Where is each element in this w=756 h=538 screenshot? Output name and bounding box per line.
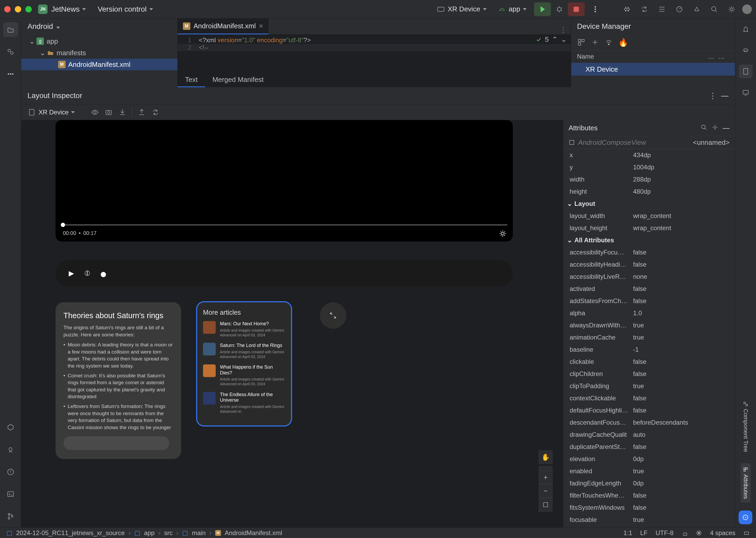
settings-icon[interactable] [725,2,738,16]
code-editor[interactable]: 1 <?xml version="1.0" encoding="utf-8"?>… [178,34,571,53]
search-icon[interactable] [707,2,721,16]
device-manager-tool[interactable] [739,65,753,78]
memory-icon[interactable] [743,530,750,536]
zoom-window[interactable] [26,6,32,12]
attribute-row[interactable]: fitsSystemWindowsfalse [563,502,735,514]
device-selector[interactable]: XR Device [433,3,490,16]
attribute-row[interactable]: x434dp [563,149,735,161]
more-article-item[interactable]: What Happens if the Sun Dies?Article and… [203,364,285,387]
gradle-tool[interactable] [739,43,753,57]
vcs-menu[interactable]: Version control [97,5,153,14]
attribute-row[interactable]: y1004dp [563,161,735,173]
more-article-item[interactable]: Saturn: The Lord of the RingsArticle and… [203,343,285,359]
attribute-row[interactable]: width288dp [563,173,735,186]
inspection-widget[interactable]: 5 ⌃ ⌄ [536,35,567,44]
attribute-row[interactable]: fadingEdgeLength0dp [563,477,735,489]
attribute-row[interactable]: filterTouchesWhe…false [563,489,735,502]
project-panel-header[interactable]: Android [21,19,177,34]
zoom-in[interactable]: + [539,470,552,484]
wifi-icon[interactable] [605,38,613,46]
resource-manager-tool[interactable] [3,44,18,59]
build-variants-tool[interactable] [3,420,18,435]
editor-tab[interactable]: M AndroidManifest.xml × [178,19,268,34]
problems-tool[interactable] [3,464,18,479]
attribute-row[interactable]: clipToPaddingtrue [563,380,735,392]
expand-fab[interactable] [320,302,346,329]
app-quality-tool[interactable] [3,442,18,457]
article-button[interactable] [63,436,169,450]
attribute-row[interactable]: accessibilityFocu…false [563,246,735,258]
chevron-up-icon[interactable]: ⌃ [552,35,558,44]
line-ending[interactable]: LF [640,529,648,537]
chevron-down-icon[interactable]: ⌄ [561,35,567,44]
subtab-merged[interactable]: Merged Manifest [205,73,271,87]
close-window[interactable] [4,6,11,12]
pause-icon[interactable]: ⦷ [85,269,90,278]
more-actions[interactable] [588,2,602,16]
build-icon[interactable] [690,2,704,16]
attribute-row[interactable]: addStatesFromCh…false [563,295,735,307]
attribute-row[interactable]: drawingCacheQualitauto [563,429,735,441]
running-devices-tool[interactable] [739,85,753,99]
device-row[interactable]: XR Device [571,63,735,76]
attr-group-layout[interactable]: ⌄Layout [563,198,735,210]
expand-icon[interactable]: ⌄ [40,49,44,57]
col-name[interactable]: Name [577,53,708,60]
attribute-row[interactable]: baseline-1 [563,344,735,356]
more-article-item[interactable]: Mars: Our Next Home?Article and images c… [203,321,285,338]
code-with-me-icon[interactable] [620,2,634,16]
run-button[interactable] [534,2,551,16]
breadcrumb[interactable]: AndroidManifest.xml [225,529,282,537]
attribute-row[interactable]: accessibilityHeadi…false [563,258,735,271]
debug-button[interactable] [551,2,568,16]
project-tool[interactable] [3,22,18,37]
import-icon[interactable] [138,108,146,117]
attribute-row[interactable]: elevation0dp [563,453,735,465]
firebase-icon[interactable]: 🔥 [618,38,628,47]
more-tools[interactable] [3,67,18,81]
minimize-icon[interactable]: — [723,124,729,132]
inspector-device-selector[interactable]: XR Device [28,108,75,117]
breadcrumb[interactable]: app [144,529,155,537]
more-article-item[interactable]: The Endless Allure of the UniverseArticl… [203,392,285,414]
vcs-tool[interactable] [3,509,18,524]
attribute-row[interactable]: layout_widthwrap_content [563,210,735,222]
attribute-row[interactable]: enabledtrue [563,465,735,477]
component-tree-tab[interactable]: Component Tree [741,398,751,456]
layout-canvas[interactable]: 00:00•00:17 ▶ ⦷ Theories about Saturn's … [21,120,563,527]
user-avatar[interactable] [742,5,752,14]
attribute-row[interactable]: layout_heightwrap_content [563,222,735,234]
settings-icon[interactable] [712,124,719,131]
export-icon[interactable] [118,108,127,117]
attributes-tab[interactable]: Attributes [741,463,751,503]
tree-module-row[interactable]: ⌄ ▯ app [21,35,177,47]
tree-folder-row[interactable]: ⌄ manifests [21,47,177,59]
add-device-icon[interactable] [591,38,599,46]
profiler-icon[interactable] [672,2,686,16]
attribute-row[interactable]: descendantFocus…beforeDescendants [563,416,735,429]
attribute-row[interactable]: alwaysDrawnWith…true [563,319,735,331]
structure-icon[interactable] [655,2,669,16]
subtab-text[interactable]: Text [178,73,205,87]
notifications-tool[interactable] [739,22,753,36]
minimize-panel[interactable]: — [721,91,728,100]
tab-menu[interactable]: ⋮ [555,26,571,34]
run-config-selector[interactable]: app [494,3,530,16]
filter-icon[interactable] [577,38,586,46]
attribute-row[interactable]: accessibilityLiveR…none [563,271,735,283]
sync-icon[interactable] [638,2,651,16]
attribute-row[interactable]: clickablefalse [563,356,735,368]
tree-file-row[interactable]: M AndroidManifest.xml [21,59,177,70]
snapshot-icon[interactable] [104,108,113,117]
indent-setting[interactable]: 4 spaces [710,529,735,537]
pan-tool[interactable]: ✋ [539,450,552,464]
project-selector[interactable]: JetNews [51,5,86,14]
minimize-window[interactable] [15,6,21,12]
attributes-list[interactable]: x434dpy1004dpwidth288dpheight480dp ⌄Layo… [563,149,735,527]
attribute-row[interactable]: duplicateParentSt…false [563,441,735,453]
cursor-position[interactable]: 1:1 [623,529,632,537]
attribute-row[interactable]: activatedfalse [563,283,735,295]
readonly-icon[interactable] [681,530,688,536]
breadcrumb[interactable]: 2024-12-05_RC11_jetnews_xr_source [16,529,125,537]
expand-icon[interactable]: ⌄ [29,37,34,45]
